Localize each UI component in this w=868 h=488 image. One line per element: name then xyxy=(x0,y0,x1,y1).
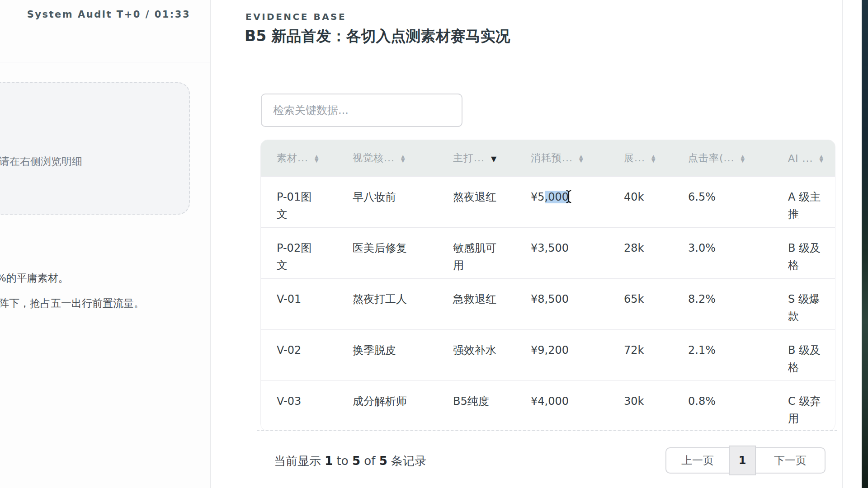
cell-ctr: 6.5% xyxy=(672,177,772,227)
cell-ctr: 2.1% xyxy=(672,330,772,380)
cell-material-id: V-02 xyxy=(261,330,337,380)
pagination: 上一页 1 下一页 xyxy=(665,447,826,474)
column-header-cost[interactable]: 消耗预... ▲▼ xyxy=(515,140,608,176)
cell-impressions: 72k xyxy=(608,330,672,380)
table-header-row: 素材... ▲▼ 视觉核... ▲▼ 主打... ▼ 消耗预... ▲▼ 展..… xyxy=(261,140,835,176)
sort-icon: ▲▼ xyxy=(741,155,745,163)
summary-to: 5 xyxy=(352,454,360,468)
note-line-1: %的平庸素材。 xyxy=(0,271,69,285)
dark-edge-panel xyxy=(862,0,868,488)
screen: System Audit T+0 / 01:33 请在右侧浏览明细 %的平庸素材… xyxy=(0,0,868,488)
search-input[interactable] xyxy=(261,94,462,127)
table-row: P-01图 文 早八妆前 熬夜退红 ¥5,000 40k 6.5% A 级主 推 xyxy=(261,176,835,227)
cell-cost: ¥8,500 xyxy=(515,279,608,329)
column-header-material[interactable]: 素材... ▲▼ xyxy=(261,140,337,176)
cell-impressions: 30k xyxy=(608,381,672,431)
records-summary: 当前显示 1 to 5 of 5 条记录 xyxy=(274,453,426,469)
section-eyebrow: EVIDENCE BASE xyxy=(245,11,346,22)
column-header-ai-grade[interactable]: AI ... ▲▼ xyxy=(772,140,835,176)
cell-material-id: P-02图 文 xyxy=(261,228,337,278)
column-header-ctr[interactable]: 点击率(... ▲▼ xyxy=(672,140,772,176)
sort-icon: ▲▼ xyxy=(315,155,319,163)
text-cursor-icon xyxy=(565,189,572,209)
cell-hook: B5纯度 xyxy=(437,381,515,431)
cell-impressions: 65k xyxy=(608,279,672,329)
cell-hook: 熬夜退红 xyxy=(437,177,515,227)
system-audit-label: System Audit T+0 / 01:33 xyxy=(27,9,190,20)
cell-visual: 成分解析师 xyxy=(337,381,437,431)
table-row: V-01 熬夜打工人 急救退红 ¥8,500 65k 8.2% S 级爆 款 xyxy=(261,278,835,329)
main-content: EVIDENCE BASE B5 新品首发：各切入点测素材赛马实况 素材... … xyxy=(211,0,842,488)
column-header-visual[interactable]: 视觉核... ▲▼ xyxy=(337,140,437,176)
current-page-button[interactable]: 1 xyxy=(729,446,756,475)
column-header-impressions[interactable]: 展... ▲▼ xyxy=(608,140,672,176)
cell-hook: 敏感肌可 用 xyxy=(437,228,515,278)
table-row: V-03 成分解析师 B5纯度 ¥4,000 30k 0.8% C 级弃 用 xyxy=(261,380,835,431)
sort-desc-icon: ▼ xyxy=(491,155,497,163)
cell-ai-grade: B 级及 格 xyxy=(772,330,835,380)
placeholder-dropzone: 请在右侧浏览明细 xyxy=(0,82,190,215)
note-line-2: 矩阵下，抢占五一出行前置流量。 xyxy=(0,296,144,310)
cell-ai-grade: S 级爆 款 xyxy=(772,279,835,329)
table-row: P-02图 文 医美后修复 敏感肌可 用 ¥3,500 28k 3.0% B 级… xyxy=(261,227,835,278)
next-page-button[interactable]: 下一页 xyxy=(756,447,826,474)
sort-icon: ▲▼ xyxy=(651,155,656,163)
left-header-divider xyxy=(0,62,211,62)
cell-visual: 医美后修复 xyxy=(337,228,437,278)
table-bottom-dashed-divider xyxy=(257,430,837,431)
cell-ai-grade: A 级主 推 xyxy=(772,177,835,227)
cell-cost-selected[interactable]: ¥5,000 xyxy=(515,177,608,227)
summary-from: 1 xyxy=(325,454,333,468)
data-table: 素材... ▲▼ 视觉核... ▲▼ 主打... ▼ 消耗预... ▲▼ 展..… xyxy=(260,140,835,431)
cell-impressions: 28k xyxy=(608,228,672,278)
cell-cost: ¥4,000 xyxy=(515,381,608,431)
table-row: V-02 换季脱皮 强效补水 ¥9,200 72k 2.1% B 级及 格 xyxy=(261,329,835,380)
left-panel: System Audit T+0 / 01:33 请在右侧浏览明细 %的平庸素材… xyxy=(0,0,211,488)
column-header-hook[interactable]: 主打... ▼ xyxy=(437,140,515,176)
summary-total: 5 xyxy=(379,454,387,468)
sort-icon: ▲▼ xyxy=(820,155,824,163)
sort-icon: ▲▼ xyxy=(401,155,405,163)
cell-visual: 换季脱皮 xyxy=(337,330,437,380)
sort-icon: ▲▼ xyxy=(579,155,583,163)
cell-cost: ¥9,200 xyxy=(515,330,608,380)
cell-ai-grade: B 级及 格 xyxy=(772,228,835,278)
cell-impressions: 40k xyxy=(608,177,672,227)
cell-ctr: 8.2% xyxy=(672,279,772,329)
prev-page-button[interactable]: 上一页 xyxy=(665,447,729,474)
right-gutter-divider xyxy=(842,0,843,488)
cell-material-id: V-01 xyxy=(261,279,337,329)
cell-visual: 熬夜打工人 xyxy=(337,279,437,329)
cell-material-id: P-01图 文 xyxy=(261,177,337,227)
cell-ctr: 3.0% xyxy=(672,228,772,278)
page-title: B5 新品首发：各切入点测素材赛马实况 xyxy=(245,26,510,47)
cell-hook: 强效补水 xyxy=(437,330,515,380)
cell-ai-grade: C 级弃 用 xyxy=(772,381,835,431)
cell-visual: 早八妆前 xyxy=(337,177,437,227)
cell-ctr: 0.8% xyxy=(672,381,772,431)
cell-cost: ¥3,500 xyxy=(515,228,608,278)
placeholder-text: 请在右侧浏览明细 xyxy=(0,155,82,169)
cell-hook: 急救退红 xyxy=(437,279,515,329)
cell-material-id: V-03 xyxy=(261,381,337,431)
